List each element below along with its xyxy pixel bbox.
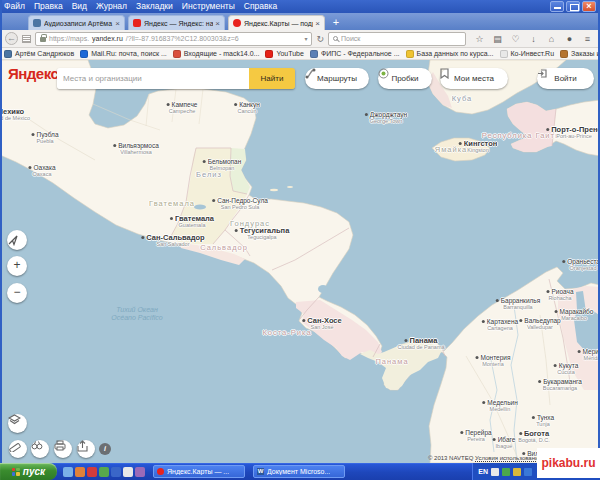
bookmark-favicon-icon xyxy=(265,50,273,58)
tray-icon[interactable] xyxy=(513,468,521,476)
bookmarks-bar: Артём СандрюковMail.Ru: почта, поиск ...… xyxy=(0,48,600,60)
url-scheme: https://maps. xyxy=(49,35,89,42)
bookmark-item[interactable]: Заказы и закупки xyxy=(560,50,600,58)
info-button[interactable]: i xyxy=(99,443,111,455)
bookmark-item[interactable]: Входящие - mack14.0... xyxy=(173,50,260,58)
bookmark-item[interactable]: Mail.Ru: почта, поиск ... xyxy=(80,50,167,58)
bookmark-favicon-icon xyxy=(500,50,508,58)
tab-title: Яндекс.Карты — подро... xyxy=(244,20,313,27)
new-tab-button[interactable]: + xyxy=(328,15,344,30)
copyright-text: © 2013 NAVTEQ xyxy=(428,455,473,461)
quick-launch xyxy=(63,467,145,477)
search-icon xyxy=(333,36,338,41)
map-copyright: © 2013 NAVTEQ Условия использования xyxy=(428,455,542,461)
map-pin-icon xyxy=(157,468,164,475)
zoom-out-button[interactable]: − xyxy=(7,283,27,303)
quick-launch-icon[interactable] xyxy=(123,467,133,477)
menu-tools[interactable]: Инструменты xyxy=(182,0,235,13)
login-button[interactable]: Войти xyxy=(537,68,594,89)
minimize-button[interactable] xyxy=(550,1,564,12)
explore-button[interactable] xyxy=(31,440,49,458)
zoom-in-button[interactable]: + xyxy=(7,256,27,276)
downloads-icon[interactable]: ↓ xyxy=(528,32,539,46)
traffic-button[interactable]: Пробки xyxy=(378,68,432,89)
taskbar-item-word-document[interactable]: W Документ Microso... xyxy=(253,465,345,478)
quick-launch-icon[interactable] xyxy=(87,467,97,477)
bookmark-item[interactable]: База данных по курса... xyxy=(406,50,494,58)
menu-edit[interactable]: Правка xyxy=(34,0,63,13)
geolocation-button[interactable] xyxy=(7,230,27,250)
map-search-input[interactable] xyxy=(57,68,249,89)
tab-yandex-search[interactable]: Яндекс — Яндекс: нашл... × xyxy=(128,15,225,30)
url-domain: yandex.ru xyxy=(92,35,123,42)
binoculars-icon xyxy=(31,440,43,450)
bookmark-item[interactable]: YouTube xyxy=(265,50,304,58)
share-icon xyxy=(77,440,88,452)
quick-launch-icon[interactable] xyxy=(75,467,85,477)
bookmark-label: ФИПС - Федеральное ... xyxy=(321,50,400,57)
find-button[interactable]: Найти xyxy=(249,68,295,89)
tab-yandex-maps[interactable]: Яндекс.Карты — подро... × xyxy=(228,15,325,30)
terms-link[interactable]: Условия использования xyxy=(475,455,542,461)
address-bar[interactable]: https://maps. yandex.ru /?ll=-87.916837%… xyxy=(35,32,312,46)
quick-launch-icon[interactable] xyxy=(135,467,145,477)
ruler-button[interactable] xyxy=(9,440,27,458)
menu-file[interactable]: Файл xyxy=(4,0,25,13)
home-icon[interactable]: ⌂ xyxy=(546,32,557,46)
reload-icon[interactable]: ↻ xyxy=(316,34,324,44)
share-button[interactable] xyxy=(77,440,95,458)
bookmark-label: YouTube xyxy=(276,50,304,57)
quick-launch-icon[interactable] xyxy=(63,467,73,477)
bookmark-item[interactable]: Артём Сандрюков xyxy=(4,50,74,58)
route-icon xyxy=(305,68,316,79)
traffic-icon xyxy=(378,68,389,79)
tab-close-icon[interactable]: × xyxy=(215,19,220,28)
bookmark-item[interactable]: Ко-Инвест.Ru xyxy=(500,50,555,58)
start-button[interactable]: пуск xyxy=(0,463,57,480)
pikabu-watermark: pikabu.ru xyxy=(537,448,600,478)
taskbar-item-label: Документ Microso... xyxy=(267,468,330,475)
bookmark-favicon-icon xyxy=(173,50,181,58)
pocket-icon[interactable]: ♡ xyxy=(510,32,521,46)
bookmarks-list: Артём СандрюковMail.Ru: почта, поиск ...… xyxy=(4,50,600,58)
navigation-toolbar: ← https://maps. yandex.ru /?ll=-87.91683… xyxy=(0,30,600,48)
tab-close-icon[interactable]: × xyxy=(115,19,120,28)
quick-launch-icon[interactable] xyxy=(99,467,109,477)
my-places-label: Мои места xyxy=(454,74,494,83)
language-indicator[interactable]: EN xyxy=(478,468,488,475)
tray-icon[interactable] xyxy=(524,468,532,476)
restore-button[interactable] xyxy=(566,1,580,12)
yandex-logo[interactable]: Яндекс xyxy=(8,65,58,82)
tray-icon[interactable] xyxy=(502,468,510,476)
browser-search-input[interactable] xyxy=(341,35,461,42)
map-canvas[interactable]: Яндекс Найти Маршруты Пробки Мои места В… xyxy=(0,60,600,463)
bookmark-label: База данных по курса... xyxy=(417,50,494,57)
recent-pages-icon[interactable] xyxy=(22,35,31,43)
menu-view[interactable]: Вид xyxy=(72,0,87,13)
bookmark-flag-icon xyxy=(440,68,449,79)
tab-audio-records[interactable]: Аудиозаписи Артёма Са... × xyxy=(28,15,125,30)
bookmark-favicon-icon xyxy=(406,50,414,58)
menu-bookmarks[interactable]: Закладки xyxy=(136,0,173,13)
quick-launch-icon[interactable] xyxy=(111,467,121,477)
map-pin-favicon-icon xyxy=(233,19,241,27)
close-button[interactable] xyxy=(582,1,596,12)
print-button[interactable] xyxy=(54,440,72,458)
chat-icon[interactable]: ● xyxy=(564,32,575,46)
routes-button[interactable]: Маршруты xyxy=(305,68,369,89)
bookmark-star-icon[interactable]: ☆ xyxy=(474,32,485,46)
bookmarks-panel-icon[interactable]: ▤ xyxy=(492,32,503,46)
bookmark-item[interactable]: ФИПС - Федеральное ... xyxy=(310,50,400,58)
taskbar-item-yandex-maps[interactable]: Яндекс.Карты — ... xyxy=(153,465,245,478)
tray-icon[interactable] xyxy=(491,468,499,476)
url-dropdown-icon[interactable]: ▾ xyxy=(304,35,307,42)
tab-close-icon[interactable]: × xyxy=(315,19,320,28)
tab-title: Аудиозаписи Артёма Са... xyxy=(44,20,113,27)
back-button[interactable]: ← xyxy=(5,32,18,45)
my-places-button[interactable]: Мои места xyxy=(440,68,508,89)
layers-button[interactable] xyxy=(8,414,27,433)
menu-icon[interactable]: ≡ xyxy=(582,32,593,46)
menu-history[interactable]: Журнал xyxy=(96,0,127,13)
menu-help[interactable]: Справка xyxy=(244,0,277,13)
browser-search-box[interactable] xyxy=(328,32,466,46)
